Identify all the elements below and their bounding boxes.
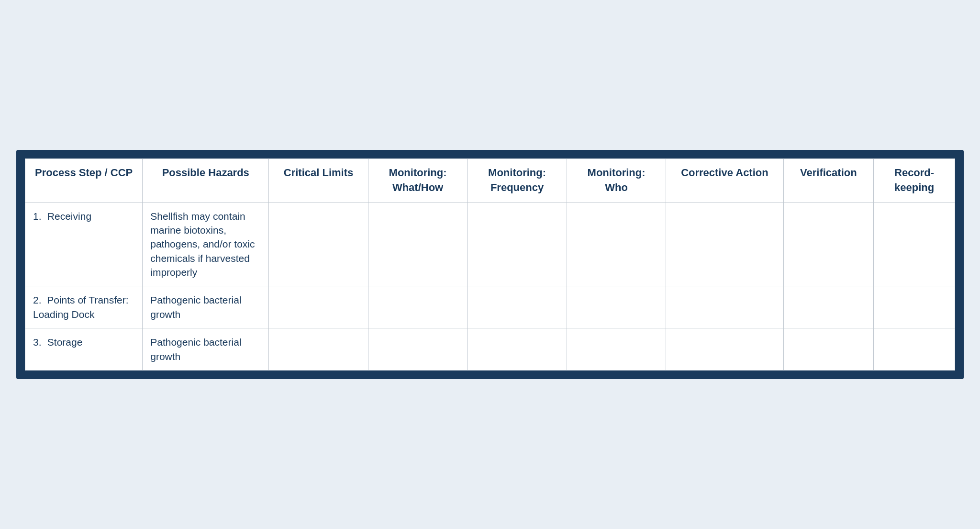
header-mon-who: Monitoring: Who: [567, 158, 666, 202]
table-container: Process Step / CCP Possible Hazards Crit…: [25, 158, 955, 371]
row1-critical: [269, 202, 368, 286]
row3-process: 3. Storage: [25, 328, 143, 371]
header-row: Process Step / CCP Possible Hazards Crit…: [25, 158, 955, 202]
row2-name: Points of Transfer: Loading Dock: [33, 294, 129, 319]
header-verification: Verification: [783, 158, 874, 202]
row2-hazards: Pathogenic bacterial growth: [143, 286, 269, 328]
row1-corrective: [666, 202, 783, 286]
header-mon-what: Monitoring: What/How: [368, 158, 468, 202]
outer-border: Process Step / CCP Possible Hazards Crit…: [16, 150, 964, 379]
row3-hazards: Pathogenic bacterial growth: [143, 328, 269, 371]
row3-record: [874, 328, 955, 371]
row2-process: 2. Points of Transfer: Loading Dock: [25, 286, 143, 328]
row1-mon-what: [368, 202, 468, 286]
row2-mon-freq: [468, 286, 567, 328]
row1-process: 1. Receiving: [25, 202, 143, 286]
row1-mon-who: [567, 202, 666, 286]
row1-mon-freq: [468, 202, 567, 286]
row3-mon-what: [368, 328, 468, 371]
row3-verification: [783, 328, 874, 371]
row2-corrective: [666, 286, 783, 328]
header-corrective: Corrective Action: [666, 158, 783, 202]
header-process: Process Step / CCP: [25, 158, 143, 202]
table-row: 1. Receiving Shellfish may contain marin…: [25, 202, 955, 286]
header-record: Record-keeping: [874, 158, 955, 202]
row2-mon-who: [567, 286, 666, 328]
row2-critical: [269, 286, 368, 328]
row2-mon-what: [368, 286, 468, 328]
haccp-table: Process Step / CCP Possible Hazards Crit…: [25, 158, 955, 371]
row1-verification: [783, 202, 874, 286]
header-mon-freq: Monitoring: Frequency: [468, 158, 567, 202]
row2-verification: [783, 286, 874, 328]
table-row: 2. Points of Transfer: Loading Dock Path…: [25, 286, 955, 328]
row3-mon-who: [567, 328, 666, 371]
row3-number: 3.: [33, 335, 45, 349]
table-row: 3. Storage Pathogenic bacterial growth: [25, 328, 955, 371]
row1-name: Receiving: [47, 211, 91, 222]
row3-name: Storage: [47, 337, 83, 348]
row1-hazards: Shellfish may contain marine biotoxins, …: [143, 202, 269, 286]
header-hazards: Possible Hazards: [143, 158, 269, 202]
row3-corrective: [666, 328, 783, 371]
row1-number: 1.: [33, 209, 45, 223]
row2-number: 2.: [33, 294, 42, 305]
row1-record: [874, 202, 955, 286]
row3-mon-freq: [468, 328, 567, 371]
header-critical: Critical Limits: [269, 158, 368, 202]
row3-critical: [269, 328, 368, 371]
row2-record: [874, 286, 955, 328]
